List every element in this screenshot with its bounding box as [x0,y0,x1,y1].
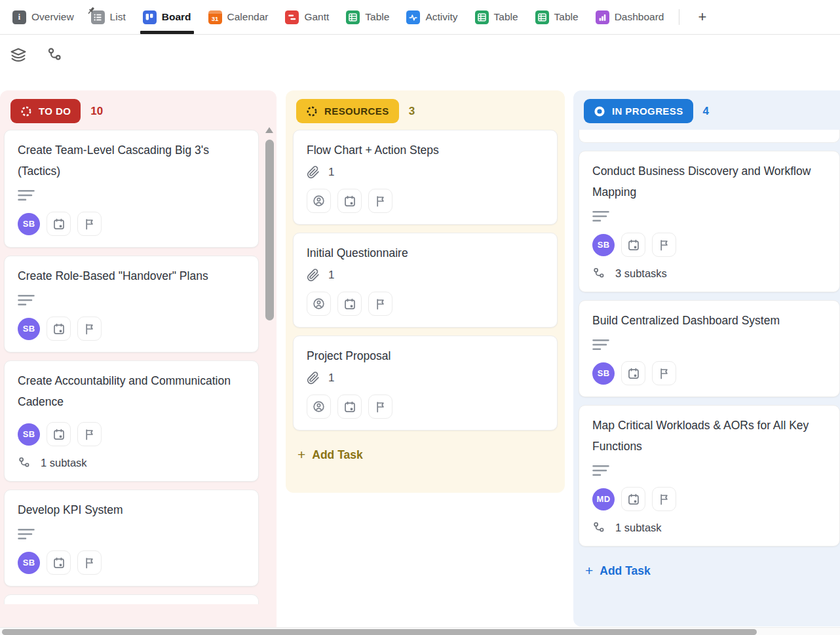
status-badge-resources[interactable]: RESOURCES [296,99,399,123]
tab-label: Table [494,11,518,23]
subtask-count[interactable]: 3 subtasks [592,267,826,280]
tab-table-3[interactable]: Table [527,0,587,34]
tab-table-1[interactable]: Table [337,0,398,34]
flag-icon [658,239,671,252]
task-title: Conduct Business Discovery and Workflow … [592,161,826,202]
priority-button[interactable] [368,292,392,316]
tab-calendar[interactable]: 31 Calendar [200,0,277,34]
tab-list[interactable]: List [83,0,134,34]
due-date-button[interactable] [47,550,71,575]
tab-dashboard[interactable]: Dashboard [587,0,673,34]
status-badge-in-progress[interactable]: IN PROGRESS [584,99,693,123]
attachment-count[interactable]: 1 [307,269,544,282]
subtask-count[interactable]: 1 subtask [18,456,245,470]
card-meta-row: SB [18,212,245,236]
attachment-label: 1 [328,372,334,385]
avatar[interactable]: SB [18,213,40,235]
due-date-button[interactable] [337,189,362,213]
task-card[interactable]: Project Proposal 1 [293,336,558,431]
avatar[interactable]: SB [18,552,40,574]
due-date-button[interactable] [337,394,362,419]
calendar-31-icon: 31 [208,10,222,24]
task-title: Create Team-Level Cascading Big 3's (Tac… [18,140,245,182]
tab-table-2[interactable]: Table [467,0,527,34]
flag-icon [374,298,387,311]
attachment-count[interactable]: 1 [307,372,544,385]
task-card[interactable]: Build Centralized Dashboard System SB [579,300,840,397]
assignee-button[interactable] [307,394,331,419]
view-tabbar: i Overview List Bo [0,0,840,35]
description-icon [592,338,609,351]
status-badge-to-do[interactable]: TO DO [10,99,81,123]
task-title: Build Centralized Dashboard System [592,310,826,331]
add-task-button[interactable]: + Add Task [286,438,565,463]
scrollbar-thumb[interactable] [265,140,274,320]
tab-label: Overview [31,11,74,23]
avatar[interactable]: SB [18,423,40,446]
tab-gantt[interactable]: Gantt [277,0,337,34]
card-meta-row [307,394,544,419]
task-card[interactable]: Create Accountability and Communication … [4,360,259,482]
calendar-icon [52,218,66,231]
avatar[interactable]: MD [592,488,615,510]
due-date-button[interactable] [621,361,645,385]
add-task-label: Add Task [600,564,650,578]
due-date-button[interactable] [47,212,71,236]
subtasks-toggle-button[interactable] [45,45,66,66]
task-card[interactable]: Initial Questionnaire 1 [293,233,558,328]
priority-button[interactable] [77,212,102,236]
assignee-icon [312,297,326,311]
due-date-button[interactable] [47,317,71,341]
due-date-button[interactable] [337,292,362,316]
add-view-button[interactable]: + [686,0,718,34]
due-date-button[interactable] [47,422,71,446]
priority-button[interactable] [652,361,676,385]
assignee-button[interactable] [307,189,331,213]
column-header: IN PROGRESS 4 [573,90,840,130]
column-header: RESOURCES 3 [286,90,565,130]
group-by-button[interactable] [8,45,29,66]
flag-icon [658,367,671,380]
avatar[interactable]: SB [18,318,40,340]
subtask-icon [18,456,31,470]
partially-visible-card[interactable] [4,594,259,604]
priority-button[interactable] [77,317,102,341]
tab-activity[interactable]: Activity [398,0,466,34]
attachment-label: 1 [328,269,334,282]
task-title: Develop KPI System [18,499,245,520]
task-card[interactable]: Develop KPI System SB [4,490,259,587]
task-card[interactable]: Flow Chart + Action Steps 1 [293,130,558,225]
task-card[interactable]: Create Team-Level Cascading Big 3's (Tac… [4,130,259,248]
tab-overview[interactable]: i Overview [4,0,83,34]
table-icon [475,10,489,24]
subtask-label: 1 subtask [41,457,87,469]
attachment-count[interactable]: 1 [307,166,544,179]
partially-visible-card[interactable] [579,130,840,143]
priority-button[interactable] [652,487,676,511]
due-date-button[interactable] [621,233,645,257]
add-task-button[interactable]: + Add Task [573,554,840,579]
scroll-up-arrow[interactable] [265,127,273,133]
calendar-icon [52,322,66,336]
avatar[interactable]: SB [592,362,615,385]
priority-button[interactable] [368,394,392,419]
task-count: 10 [90,105,103,118]
priority-button[interactable] [77,422,102,446]
priority-button[interactable] [368,189,392,213]
subtask-count[interactable]: 1 subtask [592,521,826,535]
horizontal-scrollbar-thumb[interactable] [2,629,757,635]
calendar-icon [627,493,640,506]
task-card[interactable]: Create Role-Based "Handover" Plans SB [4,256,259,353]
avatar[interactable]: SB [592,234,615,256]
priority-button[interactable] [77,550,102,575]
task-card[interactable]: Conduct Business Discovery and Workflow … [579,151,840,292]
priority-button[interactable] [652,233,676,257]
subtask-label: 3 subtasks [615,267,667,280]
paperclip-icon [307,166,320,179]
status-label: IN PROGRESS [612,106,683,117]
task-card[interactable]: Map Critical Workloads & AORs for All Ke… [579,405,840,547]
due-date-button[interactable] [621,487,645,511]
assignee-button[interactable] [307,292,331,316]
tab-board[interactable]: Board [134,0,200,34]
tab-label: Dashboard [615,11,664,23]
